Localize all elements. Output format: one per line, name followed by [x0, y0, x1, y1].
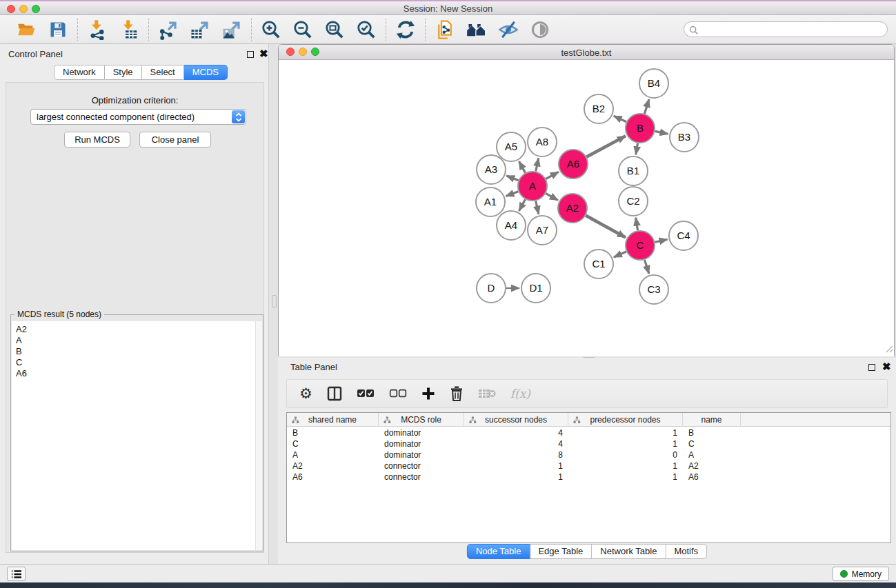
table-close-panel-icon[interactable]: ✖ [882, 361, 891, 373]
cell-successors[interactable]: 1 [464, 472, 568, 483]
table-row[interactable]: A6connector11A6 [287, 472, 890, 483]
cell-successors[interactable]: 8 [464, 449, 568, 460]
tab-mcds[interactable]: MCDS [184, 65, 228, 80]
cell-predecessors[interactable]: 1 [568, 472, 683, 483]
show-columns-icon[interactable] [327, 384, 342, 403]
graph-edge-B-B4[interactable] [644, 99, 648, 114]
cell-successors[interactable]: 4 [464, 438, 568, 449]
zoom-out-icon[interactable] [292, 19, 313, 40]
resize-grip-icon[interactable] [885, 343, 893, 356]
cell-shared_name[interactable]: B [287, 427, 379, 438]
cell-predecessors[interactable]: 1 [568, 438, 683, 449]
cell-shared_name[interactable]: A6 [287, 472, 379, 483]
select-all-icon[interactable] [357, 384, 375, 403]
cell-mcds_role[interactable]: dominator [379, 438, 464, 449]
open-session-icon[interactable] [16, 19, 37, 40]
cell-mcds_role[interactable]: connector [379, 460, 464, 472]
cell-predecessors[interactable]: 0 [568, 449, 683, 460]
export-table-icon[interactable] [190, 19, 210, 40]
column-header-successor-nodes[interactable]: successor nodes [464, 413, 568, 427]
graph-edge-A-A8[interactable] [536, 158, 539, 171]
graph-edge-A-A7[interactable] [536, 201, 539, 214]
graph-edge-B-B2[interactable] [614, 116, 626, 122]
cell-shared_name[interactable]: A2 [287, 460, 379, 472]
graph-edge-A-A5[interactable] [519, 161, 525, 173]
table-float-panel-icon[interactable] [868, 364, 875, 371]
graph-edge-A-A2[interactable] [546, 194, 558, 201]
export-image-icon[interactable] [221, 19, 242, 40]
cell-name[interactable]: A [683, 449, 741, 460]
mcds-result-item[interactable]: B [16, 346, 255, 357]
mcds-result-scrollbar[interactable] [255, 321, 262, 550]
import-table-icon[interactable] [119, 19, 139, 40]
network-canvas[interactable]: B4B2BB3A8A5A6B1A3AC2A1A2A4A7C4CC1C3DD1 [279, 60, 894, 356]
cell-successors[interactable]: 4 [464, 427, 568, 438]
cell-shared_name[interactable]: A [287, 449, 379, 460]
column-header-name[interactable]: name [683, 413, 741, 427]
table-row[interactable]: Adominator80A [287, 449, 890, 460]
tab-edge-table[interactable]: Edge Table [530, 544, 592, 559]
delete-row-icon[interactable] [450, 384, 464, 403]
graph-edge-C-C1[interactable] [614, 252, 626, 257]
cell-mcds_role[interactable]: dominator [379, 449, 464, 460]
graph-edge-A-A3[interactable] [506, 176, 518, 181]
column-header-predecessor-nodes[interactable]: predecessor nodes [568, 413, 683, 427]
clone-network-icon[interactable] [435, 19, 455, 40]
cell-successors[interactable]: 1 [464, 460, 568, 472]
cell-mcds_role[interactable]: dominator [379, 427, 464, 438]
show-hidden-eye-icon[interactable] [530, 19, 550, 40]
network-graph[interactable]: B4B2BB3A8A5A6B1A3AC2A1A2A4A7C4CC1C3DD1 [279, 60, 894, 356]
table-row[interactable]: Cdominator41C [287, 438, 890, 449]
zoom-selected-icon[interactable] [356, 19, 377, 40]
refresh-network-icon[interactable] [395, 19, 416, 40]
vertical-split-handle[interactable] [272, 295, 277, 307]
criterion-dropdown[interactable]: largest connected component (directed) [30, 109, 246, 125]
table-settings-icon[interactable]: ⚙ [299, 384, 312, 403]
cell-shared_name[interactable]: C [287, 438, 379, 449]
mcds-result-list[interactable]: A2ABCA6 [12, 321, 255, 550]
tab-motifs[interactable]: Motifs [666, 544, 707, 559]
deselect-all-icon[interactable] [389, 384, 407, 403]
cell-predecessors[interactable]: 1 [568, 460, 683, 472]
cell-predecessors[interactable]: 1 [568, 427, 683, 438]
hide-selected-eye-icon[interactable] [498, 19, 519, 40]
graph-edge-B-B1[interactable] [636, 143, 638, 155]
table-row[interactable]: Bdominator41B [287, 427, 890, 438]
graph-edge-A-A1[interactable] [506, 192, 518, 196]
delete-table-icon[interactable] [478, 384, 496, 403]
home-views-icon[interactable] [466, 19, 487, 40]
tab-node-table[interactable]: Node Table [467, 544, 530, 559]
cell-mcds_role[interactable]: connector [379, 472, 464, 483]
cell-name[interactable]: B [683, 427, 741, 438]
float-panel-icon[interactable] [247, 51, 254, 58]
column-header-shared-name[interactable]: shared name [287, 413, 379, 427]
tab-select[interactable]: Select [142, 65, 184, 80]
mcds-result-item[interactable]: A2 [16, 324, 255, 335]
graph-edge-C-C3[interactable] [645, 260, 649, 274]
mcds-result-item[interactable]: A6 [16, 368, 255, 379]
tab-network[interactable]: Network [54, 65, 105, 80]
save-session-icon[interactable] [48, 19, 68, 40]
graph-edge-A-A6[interactable] [546, 172, 559, 179]
close-panel-button[interactable]: Close panel [139, 132, 211, 148]
zoom-in-icon[interactable] [261, 19, 281, 40]
column-header-MCDS-role[interactable]: MCDS role [379, 413, 464, 427]
run-mcds-button[interactable]: Run MCDS [64, 132, 130, 148]
close-panel-icon[interactable]: ✖ [259, 48, 268, 60]
graph-edge-A2-C[interactable] [586, 216, 626, 238]
table-row[interactable]: A2connector11A2 [287, 460, 890, 472]
mcds-result-item[interactable]: C [16, 357, 255, 368]
export-network-icon[interactable] [158, 19, 179, 40]
cell-name[interactable]: C [683, 438, 741, 449]
task-history-button[interactable] [7, 567, 26, 581]
search-input[interactable] [684, 21, 888, 37]
cell-name[interactable]: A2 [683, 460, 741, 472]
import-network-icon[interactable] [87, 19, 108, 40]
graph-edge-A-A4[interactable] [519, 199, 525, 211]
add-row-icon[interactable] [421, 384, 435, 403]
function-builder-icon[interactable]: f(x) [510, 384, 530, 403]
cell-name[interactable]: A6 [683, 472, 741, 483]
graph-edge-A6-B[interactable] [586, 136, 625, 156]
graph-edge-C-C2[interactable] [636, 218, 638, 231]
mcds-result-item[interactable]: A [16, 335, 255, 346]
